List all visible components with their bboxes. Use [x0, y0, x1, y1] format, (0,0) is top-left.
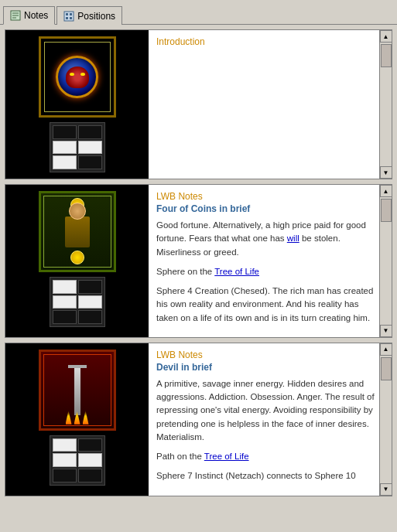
svg-rect-7: [66, 17, 68, 19]
notes-tab-icon: [10, 10, 21, 21]
devil-subtitle: Devil in brief: [156, 362, 382, 373]
svg-rect-8: [70, 17, 72, 19]
grid-cell: [53, 280, 77, 294]
foc-subtitle: Four of Coins in brief: [156, 203, 382, 214]
flame-1: [66, 411, 72, 425]
foc-coin-bottom: [70, 251, 84, 264]
tab-notes-label: Notes: [24, 10, 48, 21]
grid-cell: [78, 310, 102, 324]
grid-cell: [78, 295, 102, 309]
grid-cell: [53, 141, 77, 155]
grid-cell: [53, 453, 77, 467]
grid-cell: [78, 453, 102, 467]
four-of-coins-image: [39, 191, 116, 272]
positions-tab-icon: [63, 11, 74, 22]
grid-cell: [78, 438, 102, 452]
oracle-card-image: [39, 36, 116, 118]
devil-path-heading: Path on the Tree of Life: [156, 450, 382, 463]
scroll-up-btn-foc[interactable]: ▲: [380, 185, 392, 197]
grid-cell: [53, 125, 77, 139]
devil-card-image: [39, 350, 116, 431]
scroll-container-foc[interactable]: LWB Notes Four of Coins in brief Good fo…: [156, 191, 385, 331]
scrollbar-devil[interactable]: ▲ ▼: [379, 343, 392, 496]
grid-cell: [78, 469, 102, 483]
grid-cell: [53, 438, 77, 452]
foc-link-tree: Tree of Life: [214, 267, 259, 276]
card-row-devil: LWB Notes Devil in brief A primitive, sa…: [5, 343, 392, 496]
foc-figure: [58, 203, 97, 261]
card-text-intro: Introduction ▲ ▼: [149, 30, 392, 179]
card-images-devil: [5, 343, 149, 496]
foc-tree-heading: Sphere on the Tree of Life: [156, 265, 382, 278]
foc-body: [65, 217, 90, 247]
tab-bar: Notes Positions: [0, 0, 397, 25]
svg-rect-4: [64, 12, 74, 21]
devil-flames: [66, 411, 89, 425]
grid-layout-intro: [50, 122, 105, 172]
tab-positions-label: Positions: [77, 11, 115, 22]
devil-title: LWB Notes: [156, 350, 382, 360]
grid-cell: [78, 125, 102, 139]
foc-body-1: Good fortune. Alternatively, a high pric…: [156, 219, 382, 259]
intro-title: Introduction: [156, 36, 382, 47]
scroll-down-btn-devil[interactable]: ▼: [380, 483, 392, 496]
scroll-down-btn-intro[interactable]: ▼: [380, 166, 392, 179]
scroll-container-devil[interactable]: LWB Notes Devil in brief A primitive, sa…: [156, 350, 385, 489]
scrollbar-foc[interactable]: ▲ ▼: [379, 185, 392, 337]
foc-title: LWB Notes: [156, 191, 382, 202]
main-content[interactable]: Introduction ▲ ▼: [0, 25, 397, 531]
devil-sword: [74, 365, 80, 415]
scroll-thumb-devil[interactable]: [381, 357, 392, 380]
grid-layout-devil: [50, 435, 105, 486]
flame-3: [83, 411, 89, 425]
grid-cell: [53, 295, 77, 309]
scroll-thumb-intro[interactable]: [381, 44, 392, 67]
foc-link-will: will: [287, 234, 299, 243]
scroll-container-intro[interactable]: Introduction: [156, 36, 385, 172]
card-row-intro: Introduction ▲ ▼: [5, 29, 392, 179]
card-text-devil: LWB Notes Devil in brief A primitive, sa…: [149, 343, 392, 496]
grid-cell: [53, 310, 77, 324]
flame-2: [74, 411, 80, 425]
tab-positions[interactable]: Positions: [56, 6, 122, 25]
scroll-up-btn-devil[interactable]: ▲: [380, 343, 392, 356]
grid-cell: [78, 155, 102, 169]
card-images-intro: [5, 30, 149, 179]
card-row-four-of-coins: LWB Notes Four of Coins in brief Good fo…: [5, 184, 392, 338]
foc-body-2: Sphere 4 Creation (Chesed). The rich man…: [156, 285, 382, 325]
grid-cell: [78, 141, 102, 155]
oracle-face: [66, 66, 89, 88]
grid-cell: [53, 469, 77, 483]
svg-rect-6: [70, 13, 72, 15]
grid-cell: [78, 280, 102, 294]
devil-body-1: A primitive, savage inner energy. Hidden…: [156, 377, 382, 444]
scroll-thumb-foc[interactable]: [381, 199, 392, 222]
grid-cell: [53, 155, 77, 169]
scroll-up-btn-intro[interactable]: ▲: [380, 30, 392, 43]
scrollbar-intro[interactable]: ▲ ▼: [379, 30, 392, 179]
tab-notes[interactable]: Notes: [3, 6, 55, 25]
grid-layout-foc: [50, 277, 105, 327]
devil-link-tree: Tree of Life: [204, 452, 249, 461]
scroll-down-btn-foc[interactable]: ▼: [380, 325, 392, 337]
oracle-circle: [56, 56, 98, 98]
foc-head: [69, 203, 86, 220]
svg-rect-5: [66, 13, 68, 15]
card-images-four-of-coins: [5, 185, 149, 337]
card-text-four-of-coins: LWB Notes Four of Coins in brief Good fo…: [149, 185, 392, 337]
devil-body-2: Sphere 7 Instinct (Netzach) connects to …: [156, 469, 382, 483]
